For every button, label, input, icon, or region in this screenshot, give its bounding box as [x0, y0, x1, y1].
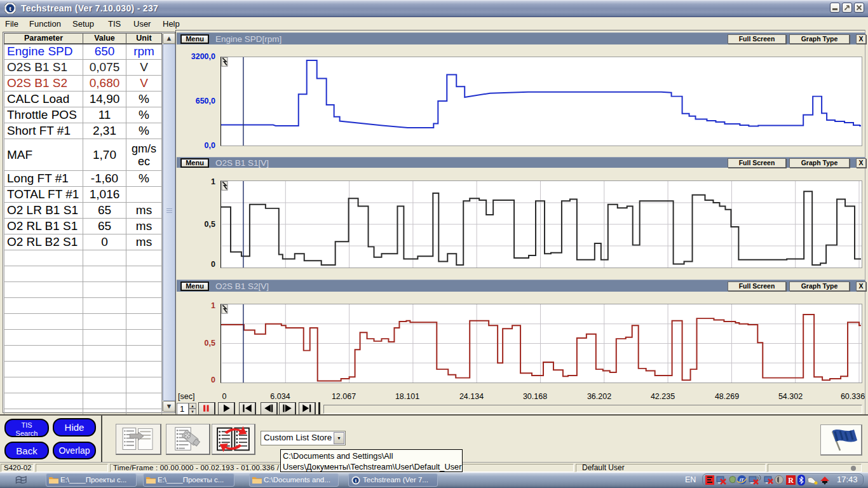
svg-text:t: t [9, 4, 11, 12]
svg-text:t: t [355, 477, 357, 484]
svg-text:R: R [788, 476, 794, 485]
